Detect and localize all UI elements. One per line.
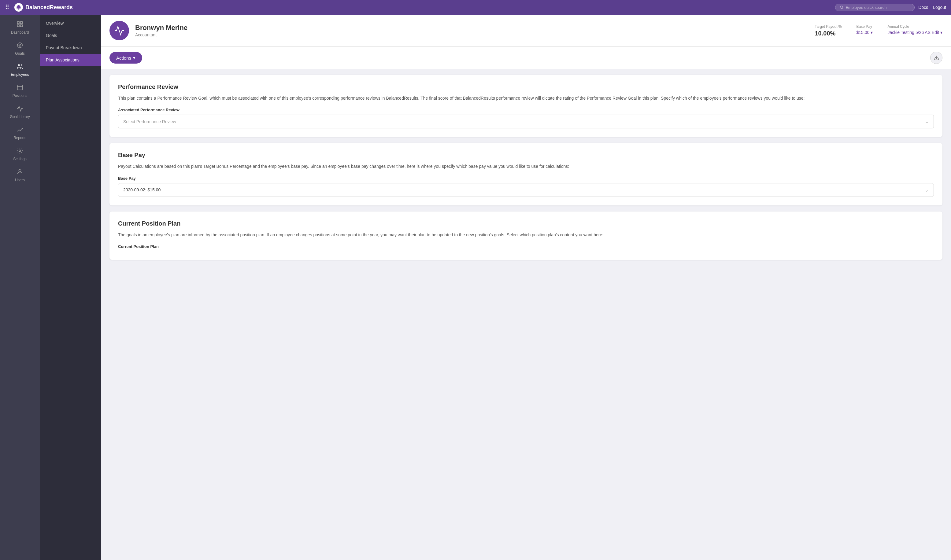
- sub-item-overview[interactable]: Overview: [40, 17, 101, 29]
- employee-search-input[interactable]: [845, 5, 910, 10]
- svg-rect-3: [17, 25, 19, 26]
- sidebar-item-settings[interactable]: Settings: [0, 144, 40, 165]
- performance-review-title: Performance Review: [118, 83, 934, 91]
- perf-review-field-label: Associated Performance Review: [118, 108, 934, 112]
- current-position-plan-title: Current Position Plan: [118, 220, 934, 227]
- svg-point-7: [20, 45, 20, 46]
- base-pay-select-value: 2020-09-02: $15.00: [123, 188, 160, 192]
- sidebar-item-goal-library[interactable]: Goal Library: [0, 102, 40, 123]
- annual-cycle-label: Annual Cycle: [887, 25, 942, 29]
- performance-review-placeholder: Select Performance Review: [123, 119, 176, 124]
- users-icon: [17, 168, 23, 177]
- app-logo: BalancedRewards: [14, 3, 73, 12]
- base-pay-card: Base Pay Payout Calculations are based o…: [109, 143, 942, 205]
- grid-icon[interactable]: ⠿: [5, 4, 9, 11]
- dashboard-icon: [17, 21, 23, 29]
- employee-title: Accountant: [135, 32, 808, 37]
- annual-cycle-meta: Annual Cycle Jackie Testing 5/26 AS Edit…: [887, 25, 942, 35]
- current-position-plan-card: Current Position Plan The goals in an em…: [109, 212, 942, 260]
- svg-rect-2: [20, 22, 22, 23]
- sub-item-goals[interactable]: Goals: [40, 29, 101, 42]
- sidebar-goal-library-label: Goal Library: [10, 115, 30, 119]
- main-content: Bronwyn Merine Accountant Target Payout …: [101, 15, 951, 560]
- base-pay-dropdown-icon: ▾: [871, 30, 873, 35]
- sidebar-item-goals[interactable]: Goals: [0, 38, 40, 59]
- actions-area: Actions ▾: [101, 52, 951, 69]
- svg-point-0: [840, 6, 843, 9]
- performance-review-desc: This plan contains a Performance Review …: [118, 95, 934, 102]
- sidebar-item-reports[interactable]: Reports: [0, 123, 40, 144]
- current-position-plan-desc: The goals in an employee's plan are info…: [118, 231, 934, 238]
- sidebar-settings-label: Settings: [13, 157, 26, 161]
- base-pay-value[interactable]: $15.00 ▾: [857, 30, 873, 35]
- employee-name: Bronwyn Merine: [135, 24, 808, 32]
- current-position-plan-field-label: Current Position Plan: [118, 244, 934, 249]
- sidebar-item-employees[interactable]: Employees: [0, 59, 40, 80]
- base-pay-select[interactable]: 2020-09-02: $15.00 ⌄: [118, 183, 934, 197]
- employee-header-block: Bronwyn Merine Accountant Target Payout …: [101, 15, 951, 69]
- target-payout-label: Target Payout %: [815, 25, 842, 29]
- sidebar-goals-label: Goals: [15, 51, 25, 55]
- sidebar-dashboard-label: Dashboard: [11, 30, 29, 35]
- base-pay-meta: Base Pay $15.00 ▾: [857, 25, 873, 35]
- perf-review-select-arrow: ⌄: [925, 118, 929, 125]
- sub-item-plan-associations[interactable]: Plan Associations: [40, 54, 101, 66]
- target-payout-meta: Target Payout % 10.00%: [815, 25, 842, 37]
- sidebar: Dashboard Goals Employees Positions: [0, 15, 40, 560]
- performance-review-card: Performance Review This plan contains a …: [109, 75, 942, 137]
- sidebar-item-dashboard[interactable]: Dashboard: [0, 17, 40, 38]
- content-area: Performance Review This plan contains a …: [101, 69, 951, 272]
- settings-icon: [17, 147, 23, 155]
- app-name: BalancedRewards: [25, 4, 73, 11]
- svg-point-9: [21, 65, 22, 66]
- docs-link[interactable]: Docs: [918, 5, 928, 10]
- target-payout-value: 10.00%: [815, 30, 842, 37]
- top-navigation: ⠿ BalancedRewards Docs Logout: [0, 0, 951, 15]
- employee-avatar: [109, 21, 129, 40]
- sidebar-item-positions[interactable]: Positions: [0, 80, 40, 102]
- sidebar-item-users[interactable]: Users: [0, 165, 40, 186]
- actions-button[interactable]: Actions ▾: [109, 52, 142, 63]
- positions-icon: [17, 84, 23, 92]
- goals-icon: [17, 42, 23, 50]
- sidebar-reports-label: Reports: [14, 136, 26, 140]
- sidebar-employees-label: Employees: [11, 72, 29, 77]
- annual-cycle-dropdown-icon: ▾: [940, 30, 942, 35]
- svg-rect-4: [20, 25, 22, 26]
- actions-dropdown-icon: ▾: [133, 55, 135, 60]
- logout-link[interactable]: Logout: [933, 5, 946, 10]
- reports-icon: [17, 126, 23, 134]
- employee-info: Bronwyn Merine Accountant: [135, 24, 808, 37]
- base-pay-card-title: Base Pay: [118, 152, 934, 158]
- nav-links: Docs Logout: [918, 5, 946, 10]
- goal-library-icon: [17, 105, 23, 114]
- sub-sidebar: Overview Goals Payout Breakdown Plan Ass…: [40, 15, 101, 560]
- base-pay-select-arrow: ⌄: [925, 187, 929, 193]
- svg-point-13: [19, 150, 21, 152]
- performance-review-select[interactable]: Select Performance Review ⌄: [118, 115, 934, 128]
- employee-meta: Target Payout % 10.00% Base Pay $15.00 ▾…: [815, 25, 942, 37]
- sidebar-positions-label: Positions: [12, 94, 28, 98]
- employee-search-box[interactable]: [835, 4, 915, 11]
- svg-rect-1: [17, 22, 19, 23]
- svg-point-14: [18, 170, 21, 172]
- base-pay-field-label: Base Pay: [118, 176, 934, 181]
- sub-item-payout-breakdown[interactable]: Payout Breakdown: [40, 42, 101, 54]
- employee-header: Bronwyn Merine Accountant Target Payout …: [101, 15, 951, 47]
- download-button[interactable]: [930, 52, 942, 64]
- svg-rect-10: [17, 85, 23, 90]
- base-pay-label: Base Pay: [857, 25, 873, 29]
- base-pay-card-desc: Payout Calculations are based on this pl…: [118, 163, 934, 170]
- annual-cycle-value[interactable]: Jackie Testing 5/26 AS Edit ▾: [887, 30, 942, 35]
- employees-icon: [17, 63, 23, 71]
- svg-point-8: [18, 64, 20, 66]
- sidebar-users-label: Users: [15, 178, 25, 182]
